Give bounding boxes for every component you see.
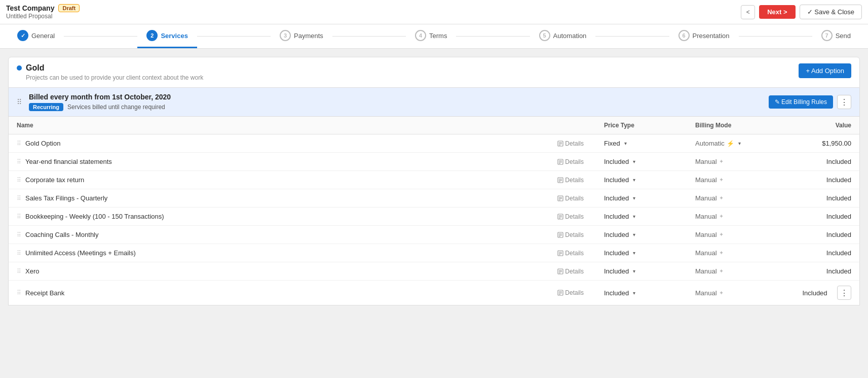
step-circle-terms: 4 (415, 30, 426, 41)
step-divider-3 (332, 36, 406, 37)
row-name-label: Year-end financial statements (25, 158, 112, 165)
billing-section: ⠿ Billed every month from 1st October, 2… (8, 88, 860, 117)
manual-icon: ✦ (719, 231, 724, 238)
billing-right: ✎ Edit Billing Rules ⋮ (769, 95, 851, 109)
step-services[interactable]: 2 Services (137, 24, 197, 48)
row-drag-handle[interactable]: ⠿ (17, 195, 21, 202)
row-name-bookkeeping: ⠿ Bookkeeping - Weekly (100 - 150 Transa… (9, 208, 596, 225)
details-link[interactable]: Details (557, 289, 588, 296)
step-divider-4 (456, 36, 530, 37)
billing-mode-chevron[interactable]: ▾ (738, 141, 741, 146)
step-general[interactable]: ✓ General (8, 24, 64, 48)
billing-mode-label: Manual ✦ (695, 289, 724, 297)
billing-mode-label: Manual ✦ (695, 249, 724, 257)
value-label: Included (826, 231, 851, 238)
row-name-xero: ⠿ Xero Details (9, 262, 596, 280)
row-drag-handle[interactable]: ⠿ (17, 140, 21, 147)
manual-icon: ✦ (719, 268, 724, 274)
price-type-chevron[interactable]: ▾ (633, 195, 635, 201)
details-link[interactable]: Details (557, 268, 588, 275)
step-payments[interactable]: 3 Payments (271, 24, 332, 48)
next-button[interactable]: Next > (759, 5, 795, 19)
step-circle-general: ✓ (17, 30, 28, 41)
row-name-unlimited: ⠿ Unlimited Access (Meetings + Emails) D… (9, 244, 596, 262)
proposal-subtitle: Untitled Proposal (6, 13, 80, 20)
billing-tags: Recurring Services billed until change r… (29, 103, 171, 111)
value-label: $1,950.00 (822, 140, 851, 147)
step-automation[interactable]: 5 Automation (530, 24, 596, 48)
row-drag-handle[interactable]: ⠿ (17, 231, 21, 238)
row-price-type: Included ▾ (596, 153, 687, 170)
row-drag-handle[interactable]: ⠿ (17, 250, 21, 257)
row-drag-handle[interactable]: ⠿ (17, 158, 21, 165)
step-circle-automation: 5 (539, 30, 550, 41)
details-link[interactable]: Details (557, 250, 588, 257)
row-drag-handle[interactable]: ⠿ (17, 177, 21, 184)
price-type-chevron[interactable]: ▾ (633, 268, 635, 274)
row-name-receipt-bank: ⠿ Receipt Bank Details (9, 284, 596, 302)
prev-button[interactable]: < (741, 5, 755, 19)
row-value: Included (788, 208, 859, 225)
price-type-chevron[interactable]: ▾ (633, 214, 635, 219)
auto-icon: ⚡ (727, 140, 734, 147)
row-drag-handle[interactable]: ⠿ (17, 213, 21, 220)
company-name: Test Company (6, 4, 54, 12)
recurring-tag: Recurring (29, 103, 63, 111)
billing-mode-label: Manual ✦ (695, 194, 724, 202)
step-send[interactable]: 7 Send (812, 24, 860, 48)
add-option-button[interactable]: + Add Option (799, 63, 851, 78)
row-name-label: Xero (25, 267, 39, 275)
details-link[interactable]: Details (557, 140, 588, 147)
price-type-label: Included (604, 267, 629, 275)
save-close-button[interactable]: ✓ Save & Close (800, 5, 862, 19)
row-name-corporate-tax: ⠿ Corporate tax return Details (9, 171, 596, 189)
step-presentation[interactable]: 6 Presentation (669, 24, 739, 48)
price-type-chevron[interactable]: ▾ (624, 141, 627, 146)
step-divider-5 (595, 36, 669, 37)
row-billing-mode: Manual ✦ (687, 189, 788, 207)
billing-mode-label: Manual ✦ (695, 267, 724, 275)
price-type-chevron[interactable]: ▾ (633, 250, 635, 256)
billing-mode-label: Manual ✦ (695, 231, 724, 238)
value-label: Included (826, 249, 851, 257)
row-name-label: Sales Tax Filings - Quarterly (25, 194, 107, 202)
price-type-chevron[interactable]: ▾ (633, 232, 635, 237)
row-price-type: Included ▾ (596, 226, 687, 244)
details-link[interactable]: Details (557, 195, 588, 202)
row-name-sales-tax: ⠿ Sales Tax Filings - Quarterly Details (9, 189, 596, 207)
row-name-label: Unlimited Access (Meetings + Emails) (25, 249, 136, 257)
row-price-type: Included ▾ (596, 208, 687, 225)
step-label-presentation: Presentation (693, 32, 730, 40)
price-type-chevron[interactable]: ▾ (633, 177, 635, 183)
table-row: ⠿ Sales Tax Filings - Quarterly Details … (9, 189, 859, 208)
price-type-chevron[interactable]: ▾ (633, 290, 635, 296)
price-type-label: Fixed (604, 140, 620, 147)
table-row: ⠿ Corporate tax return Details Included … (9, 171, 859, 189)
step-label-general: General (31, 32, 55, 40)
company-row: Test Company Draft (6, 4, 80, 12)
billing-more-button[interactable]: ⋮ (837, 95, 851, 109)
details-link[interactable]: Details (557, 158, 588, 165)
row-price-type: Included ▾ (596, 244, 687, 262)
edit-billing-button[interactable]: ✎ Edit Billing Rules (769, 95, 833, 109)
price-type-label: Included (604, 289, 629, 297)
details-link[interactable]: Details (557, 177, 588, 184)
row-drag-handle[interactable]: ⠿ (17, 268, 21, 275)
row-billing-mode: Manual ✦ (687, 244, 788, 262)
manual-icon: ✦ (719, 195, 724, 201)
row-value: Included (788, 244, 859, 262)
details-link[interactable]: Details (557, 231, 588, 238)
option-header: Gold Projects can be used to provide you… (8, 57, 860, 88)
services-table: Name Price Type Billing Mode Value ⠿ Gol… (8, 117, 860, 305)
details-link[interactable]: Details (557, 213, 588, 220)
row-drag-handle[interactable]: ⠿ (17, 289, 21, 296)
step-label-services: Services (161, 32, 188, 40)
step-circle-services: 2 (146, 30, 158, 41)
row-more-button[interactable]: ⋮ (837, 286, 851, 300)
price-type-label: Included (604, 194, 629, 202)
step-terms[interactable]: 4 Terms (406, 24, 456, 48)
value-label: Included (826, 267, 851, 275)
row-billing-mode-gold: Automatic ⚡ ▾ (687, 134, 788, 152)
price-type-chevron[interactable]: ▾ (633, 159, 635, 164)
billing-drag-handle[interactable]: ⠿ (17, 98, 22, 106)
